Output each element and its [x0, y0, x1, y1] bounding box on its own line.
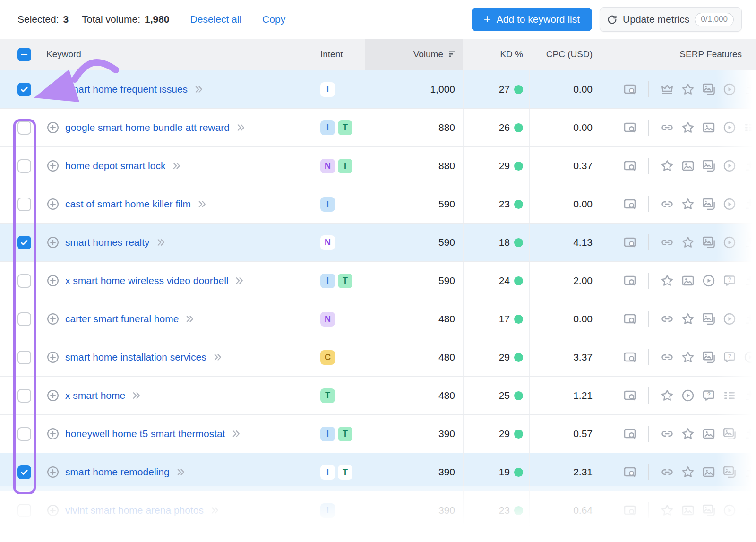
expand-keyword-icon[interactable]	[198, 199, 207, 209]
volume-value: 390	[365, 415, 463, 453]
keyword-link[interactable]: home depot smart lock	[65, 160, 165, 172]
row-checkbox[interactable]	[17, 159, 31, 173]
column-header-intent[interactable]: Intent	[320, 49, 343, 60]
expand-keyword-icon[interactable]	[185, 314, 195, 324]
add-keyword-icon[interactable]	[46, 351, 60, 364]
row-checkbox[interactable]	[17, 83, 31, 96]
add-keyword-icon[interactable]	[46, 83, 60, 96]
row-checkbox[interactable]	[17, 198, 31, 211]
kd-difficulty-dot	[514, 506, 523, 515]
cpc-value: 1.21	[529, 377, 599, 414]
row-checkbox[interactable]	[17, 351, 31, 364]
update-quota-badge: 0/1,000	[695, 13, 734, 26]
add-keyword-icon[interactable]	[46, 312, 60, 326]
serp-feature-link-icon	[660, 235, 674, 249]
kd-value: 23	[499, 198, 510, 210]
add-keyword-icon[interactable]	[46, 159, 60, 172]
keyword-link[interactable]: smart home frequent issues	[65, 84, 188, 95]
column-header-cpc[interactable]: CPC (USD)	[546, 49, 593, 60]
add-keyword-icon[interactable]	[46, 465, 60, 479]
keyword-link[interactable]: carter smart funeral home	[65, 313, 179, 325]
kd-value: 18	[499, 237, 510, 248]
update-metrics-button[interactable]: Update metrics 0/1,000	[600, 7, 742, 32]
keyword-link[interactable]: smart home remodeling	[65, 466, 170, 478]
serp-preview-icon[interactable]	[623, 312, 637, 326]
serp-features-cell	[599, 377, 756, 414]
expand-keyword-icon[interactable]	[156, 238, 166, 247]
serp-preview-icon[interactable]	[623, 503, 637, 517]
add-keyword-icon[interactable]	[46, 236, 60, 249]
sort-descending-icon[interactable]	[447, 49, 458, 60]
column-header-keyword[interactable]: Keyword	[46, 49, 81, 60]
column-header-serp-features[interactable]: SERP Features	[679, 49, 742, 60]
expand-keyword-icon[interactable]	[236, 123, 246, 132]
table-row: google smart home bundle att rewardIT880…	[0, 108, 756, 146]
add-keyword-icon[interactable]	[46, 504, 60, 517]
serp-feature-image-pack-icon	[702, 197, 716, 211]
keyword-link[interactable]: smart home installation services	[65, 352, 206, 363]
cpc-value: 0.64	[529, 491, 599, 529]
add-keyword-icon[interactable]	[46, 427, 60, 440]
serp-feature-star-icon	[681, 312, 695, 326]
expand-keyword-icon[interactable]	[176, 467, 186, 477]
add-to-keyword-list-button[interactable]: + Add to keyword list	[472, 8, 592, 31]
row-checkbox[interactable]	[17, 274, 31, 288]
serp-preview-icon[interactable]	[623, 465, 637, 479]
expand-keyword-icon[interactable]	[235, 276, 244, 285]
kd-value: 27	[499, 84, 510, 95]
copy-link[interactable]: Copy	[262, 14, 285, 25]
serp-preview-icon[interactable]	[623, 120, 637, 135]
add-keyword-icon[interactable]	[46, 121, 60, 134]
serp-preview-icon[interactable]	[623, 350, 637, 364]
row-checkbox[interactable]	[17, 312, 31, 326]
select-all-checkbox[interactable]	[17, 48, 31, 61]
keyword-link[interactable]: cast of smart home killer film	[65, 198, 191, 210]
table-row: carter smart funeral homeN480170.00	[0, 300, 756, 338]
serp-preview-icon[interactable]	[623, 274, 637, 288]
keyword-link[interactable]: x smart home wireless video doorbell	[65, 275, 228, 286]
volume-value: 480	[365, 300, 463, 338]
volume-value: 480	[365, 377, 463, 414]
keyword-link[interactable]: x smart home	[65, 390, 125, 401]
serp-preview-icon[interactable]	[623, 388, 637, 403]
expand-keyword-icon[interactable]	[132, 391, 141, 400]
intent-badge-T: T	[338, 120, 352, 135]
serp-preview-icon[interactable]	[623, 197, 637, 211]
expand-keyword-icon[interactable]	[172, 161, 181, 171]
column-header-kd[interactable]: KD %	[500, 49, 523, 60]
expand-keyword-icon[interactable]	[213, 353, 223, 362]
keyword-link[interactable]: vivint smart home arena photos	[65, 505, 204, 516]
deselect-all-link[interactable]: Deselect all	[190, 14, 242, 25]
divider	[648, 311, 649, 327]
serp-preview-icon[interactable]	[623, 82, 637, 96]
serp-preview-icon[interactable]	[623, 235, 637, 249]
serp-feature-more-icon	[743, 82, 756, 96]
expand-keyword-icon[interactable]	[210, 506, 220, 515]
serp-feature-star-icon	[681, 82, 695, 96]
keyword-link[interactable]: honeywell home t5 smart thermostat	[65, 428, 225, 439]
row-checkbox[interactable]	[17, 504, 31, 517]
row-checkbox[interactable]	[17, 236, 31, 249]
row-checkbox[interactable]	[17, 121, 31, 135]
row-checkbox[interactable]	[17, 465, 31, 479]
add-keyword-icon[interactable]	[46, 198, 60, 211]
expand-keyword-icon[interactable]	[194, 85, 204, 94]
keyword-link[interactable]: google smart home bundle att reward	[65, 122, 230, 133]
serp-preview-icon[interactable]	[623, 427, 637, 441]
kd-cell: 29	[463, 338, 529, 376]
divider	[648, 502, 649, 518]
add-keyword-icon[interactable]	[46, 389, 60, 402]
kd-cell: 23	[463, 491, 529, 529]
serp-feature-star-icon	[681, 465, 695, 479]
keyword-link[interactable]: smart homes realty	[65, 237, 150, 248]
intent-cell: NT	[312, 147, 365, 185]
expand-keyword-icon[interactable]	[232, 429, 241, 439]
serp-preview-icon[interactable]	[623, 159, 637, 173]
row-checkbox[interactable]	[17, 427, 31, 441]
row-checkbox[interactable]	[17, 389, 31, 403]
divider	[648, 120, 649, 136]
serp-feature-link-icon	[660, 120, 674, 135]
add-keyword-icon[interactable]	[46, 274, 60, 287]
volume-value: 590	[365, 185, 463, 223]
column-header-volume[interactable]: Volume	[365, 39, 463, 70]
